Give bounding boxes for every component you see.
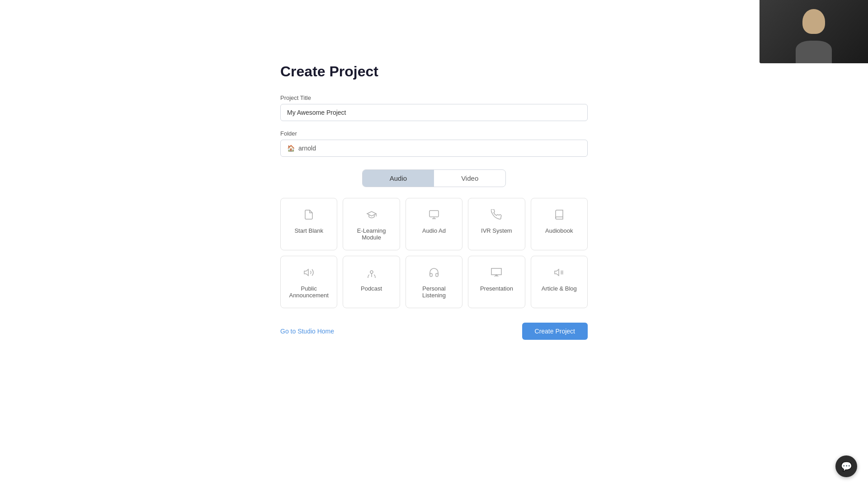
card-personal-listening[interactable]: Personal Listening xyxy=(406,256,462,308)
home-icon: 🏠 xyxy=(287,145,295,152)
page-title: Create Project xyxy=(280,63,588,80)
card-personal-listening-label: Personal Listening xyxy=(413,285,455,299)
card-elearning-label: E-Learning Module xyxy=(350,227,392,241)
folder-group: Folder 🏠 arnold xyxy=(280,130,588,157)
podcast-icon xyxy=(366,267,377,281)
card-public-announcement-label: Public Announcement xyxy=(288,285,330,299)
webcam-overlay xyxy=(760,0,868,63)
svg-marker-5 xyxy=(555,269,559,276)
tab-audio[interactable]: Audio xyxy=(363,170,434,187)
card-presentation-label: Presentation xyxy=(480,285,513,292)
tab-video[interactable]: Video xyxy=(434,170,505,187)
project-types-row2: Public Announcement Podcast Personal Lis… xyxy=(280,256,588,308)
main-content: Create Project Project Title Folder 🏠 ar… xyxy=(271,0,597,358)
card-podcast-label: Podcast xyxy=(361,285,382,292)
svg-rect-0 xyxy=(429,211,439,217)
ivr-icon xyxy=(491,209,502,223)
card-start-blank[interactable]: Start Blank xyxy=(280,198,337,250)
project-title-group: Project Title xyxy=(280,94,588,121)
card-audio-ad[interactable]: Audio Ad xyxy=(406,198,462,250)
audio-ad-icon xyxy=(429,209,439,223)
document-icon xyxy=(303,209,314,223)
project-title-input[interactable] xyxy=(280,104,588,121)
announcement-icon xyxy=(303,267,314,281)
audiobook-icon xyxy=(554,209,565,223)
card-audiobook[interactable]: Audiobook xyxy=(531,198,588,250)
card-elearning[interactable]: E-Learning Module xyxy=(343,198,400,250)
card-article-blog-label: Article & Blog xyxy=(542,285,577,292)
headphones-icon xyxy=(429,267,439,281)
presentation-icon xyxy=(491,267,502,281)
card-public-announcement[interactable]: Public Announcement xyxy=(280,256,337,308)
card-ivr[interactable]: IVR System xyxy=(468,198,525,250)
folder-value: arnold xyxy=(298,145,316,152)
card-article-blog[interactable]: Article & Blog xyxy=(531,256,588,308)
chat-bubble-button[interactable]: 💬 xyxy=(835,455,857,477)
go-home-link[interactable]: Go to Studio Home xyxy=(280,328,334,335)
footer-actions: Go to Studio Home Create Project xyxy=(280,323,588,340)
project-title-label: Project Title xyxy=(280,94,588,101)
card-presentation[interactable]: Presentation xyxy=(468,256,525,308)
svg-point-2 xyxy=(370,271,373,273)
card-audiobook-label: Audiobook xyxy=(545,227,573,234)
elearning-icon xyxy=(366,209,377,223)
project-types-row1: Start Blank E-Learning Module Audio Ad xyxy=(280,198,588,250)
card-start-blank-label: Start Blank xyxy=(294,227,323,234)
tab-switcher: Audio Video xyxy=(362,169,506,187)
svg-marker-1 xyxy=(304,269,308,276)
folder-input-wrapper[interactable]: 🏠 arnold xyxy=(280,140,588,157)
create-project-button[interactable]: Create Project xyxy=(522,323,588,340)
card-audio-ad-label: Audio Ad xyxy=(422,227,446,234)
folder-label: Folder xyxy=(280,130,588,137)
card-podcast[interactable]: Podcast xyxy=(343,256,400,308)
chat-icon: 💬 xyxy=(841,461,852,472)
article-icon xyxy=(554,267,565,281)
card-ivr-label: IVR System xyxy=(481,227,512,234)
